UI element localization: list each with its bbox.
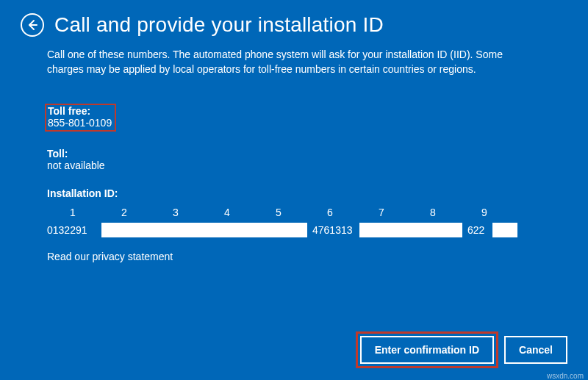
iid-seg6: 4761313 [311,224,359,236]
iid-seg9-blank [492,223,517,237]
iid-seg1: 0132291 [47,224,101,236]
content-area: Call one of these numbers. The automated… [0,43,588,262]
iid-seg2-5-blank [101,223,307,237]
iid-col-4: 4 [201,207,253,218]
iid-header-row: 1 2 3 4 5 6 7 8 9 [47,207,541,218]
iid-col-6: 6 [304,207,356,218]
toll-free-label: Toll free: [48,105,112,117]
toll-value: not available [47,159,541,171]
iid-seg9: 622 [466,224,491,236]
watermark: wsxdn.com [547,372,584,380]
description-text: Call one of these numbers. The automated… [47,47,541,77]
toll-free-section: Toll free: 855-801-0109 [45,104,116,132]
iid-value-row: 0132291 4761313 622 [47,223,541,237]
iid-col-9: 9 [459,207,510,218]
iid-col-3: 3 [150,207,201,218]
back-button[interactable] [21,13,44,37]
page-title: Call and provide your installation ID [54,13,384,37]
iid-seg7-8-blank [359,223,462,237]
arrow-left-icon [26,19,38,31]
iid-col-5: 5 [253,207,304,218]
toll-label: Toll: [47,148,541,159]
iid-col-7: 7 [356,207,407,218]
privacy-link[interactable]: Read our privacy statement [47,251,541,262]
header: Call and provide your installation ID [0,0,588,43]
footer: Enter confirmation ID Cancel [360,336,567,364]
enter-confirmation-id-button[interactable]: Enter confirmation ID [360,336,494,364]
cancel-button[interactable]: Cancel [504,336,567,364]
iid-col-8: 8 [407,207,459,218]
iid-col-2: 2 [98,207,150,218]
iid-col-1: 1 [47,207,98,218]
toll-free-value: 855-801-0109 [48,117,112,129]
iid-label: Installation ID: [47,187,541,199]
